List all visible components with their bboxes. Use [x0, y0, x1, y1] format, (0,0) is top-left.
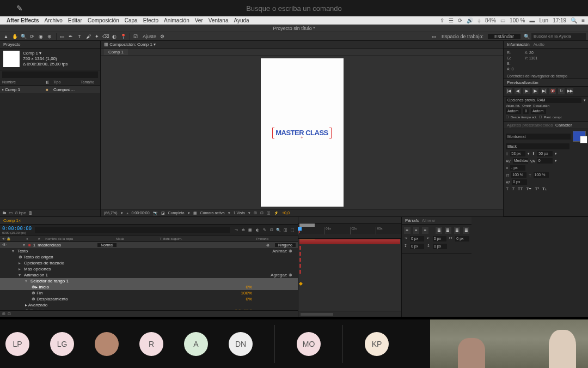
timeline-tab[interactable]: Comp 1 [3, 218, 19, 223]
menu-ventana[interactable]: Ventana [209, 17, 229, 23]
timeline-search[interactable] [35, 227, 230, 233]
ram-from[interactable]: Desde tiempo act. [511, 116, 537, 119]
wifi-icon[interactable]: ⏚ [477, 17, 481, 23]
space-after[interactable]: 0 px [433, 244, 447, 249]
first-frame-icon[interactable]: |◀ [506, 88, 512, 94]
col-size[interactable]: Tamaño [78, 80, 96, 84]
res-icon[interactable]: ⟁ [126, 211, 128, 215]
tl-icon[interactable]: ◫ [283, 227, 289, 233]
project-search[interactable] [2, 71, 98, 78]
prop-texto-origen[interactable]: ⊚ Texto de origen [0, 254, 298, 260]
spotlight-icon[interactable]: 🔍 [571, 17, 577, 23]
next-frame-icon[interactable]: |▶ [532, 88, 538, 94]
animate-menu[interactable]: Animar: ⊕ [272, 249, 292, 254]
bold-icon[interactable]: T [506, 186, 509, 191]
time-ruler[interactable]: 01s 02s 03s [298, 227, 401, 234]
brush-tool-icon[interactable]: 🖌 [84, 33, 92, 40]
new-comp-icon[interactable]: ▭ [9, 210, 13, 215]
hand-tool-icon[interactable]: ✋ [11, 33, 19, 40]
ram-fps[interactable]: Autom. [506, 108, 521, 114]
tracking[interactable]: 0 [537, 158, 553, 164]
zoom-tool-icon[interactable]: 🔍 [20, 33, 27, 40]
compose-icon[interactable]: ✎ [16, 4, 23, 13]
prop-fin[interactable]: ⊚ Fin100% [0, 290, 298, 296]
comp-tab[interactable]: Comp 1 [104, 49, 128, 55]
menu-editar[interactable]: Editar [68, 17, 82, 23]
prop-animacion1[interactable]: ▾Animación 1 Agregar: ⊕ [0, 272, 298, 278]
para-tab[interactable]: Párrafo [405, 218, 419, 223]
prop-texto[interactable]: ▾Texto Animar: ⊕ [0, 248, 298, 254]
font-family[interactable]: Montserrat [506, 134, 571, 140]
font-style[interactable]: Black [506, 143, 569, 149]
stamp-tool-icon[interactable]: ✦ [93, 33, 101, 40]
project-tab[interactable]: Proyecto [0, 41, 100, 49]
timeline-tracks[interactable] [298, 239, 401, 311]
menu-composicion[interactable]: Composición [88, 17, 119, 23]
ram-preset[interactable]: Opciones previs. RAM [506, 98, 581, 103]
quality-select[interactable]: Completa [168, 211, 185, 215]
char-tab[interactable]: Carácter [555, 123, 572, 128]
camera-select[interactable]: Cámara activa [200, 211, 225, 215]
tl-icon[interactable]: ⊸ [233, 227, 239, 233]
caps-icon[interactable]: TT [518, 186, 523, 191]
menu-icon[interactable]: ≡ [581, 17, 585, 23]
timecode-display[interactable]: 0:00:00:00 [132, 211, 150, 215]
tl-icon[interactable]: ▦ [247, 227, 253, 233]
avatar[interactable]: KP [365, 332, 389, 356]
roto-tool-icon[interactable]: ◐ [111, 33, 118, 40]
composition-canvas[interactable]: MASTER CLASS ✦ [261, 58, 344, 207]
pixel-icon[interactable]: ◫ [267, 211, 271, 215]
dropbox-icon[interactable]: ⇪ [440, 17, 444, 23]
blend-mode[interactable]: Normal [97, 243, 117, 247]
ram-icon[interactable]: ▶▶ [567, 88, 573, 94]
selection-tool-icon[interactable]: ▲ [2, 33, 10, 40]
prop-desplazamiento[interactable]: ⊚ Desplazamiento0% [0, 296, 298, 302]
menu-ver[interactable]: Ver [195, 17, 203, 23]
fast-icon[interactable]: ⚡ [274, 211, 279, 215]
tl-icon[interactable]: ◐ [254, 227, 260, 233]
avatar[interactable]: LP [5, 332, 29, 356]
col-label-icon[interactable]: ◧ [44, 80, 51, 85]
puppet-tool-icon[interactable]: 📍 [119, 33, 127, 40]
prop-opciones-trazado[interactable]: ▸Opciones de trazado [0, 260, 298, 266]
views-select[interactable]: 1 Vista [234, 211, 245, 215]
channels-icon[interactable]: ◪ [161, 211, 165, 215]
app-name[interactable]: After Effects [7, 17, 39, 23]
font-size[interactable]: 53 px [510, 151, 525, 156]
workspace-select[interactable]: Estándar [488, 34, 520, 39]
loop-icon[interactable]: ↻ [558, 88, 565, 94]
menu-ayuda[interactable]: Ayuda [234, 17, 249, 23]
tl-icon[interactable]: ✎ [261, 227, 267, 233]
keyframe-icon[interactable] [299, 282, 303, 286]
ram-res[interactable]: Autom. [531, 108, 546, 114]
justify-center-icon[interactable]: ≣ [445, 227, 451, 234]
cc-icon[interactable]: ☰ [449, 17, 454, 23]
smallcaps-icon[interactable]: Tᴛ [526, 186, 532, 191]
webcam-feed[interactable] [430, 319, 509, 368]
prop-inicio[interactable]: ⊚▸ Inicio0% [0, 284, 298, 290]
justify-all-icon[interactable]: ≣ [463, 227, 469, 234]
agregar-menu[interactable]: Agregar: ⊕ [271, 273, 292, 277]
shape-tool-icon[interactable]: ▭ [58, 33, 66, 40]
snap-icon[interactable]: ☑ [132, 33, 139, 40]
rotate-tool-icon[interactable]: ⟳ [28, 33, 36, 40]
sync-icon[interactable]: ⟳ [458, 17, 462, 23]
space-before[interactable]: 0 px [410, 244, 424, 249]
align-center-icon[interactable]: ≡ [413, 227, 420, 234]
layer-bar[interactable] [299, 239, 400, 244]
avatar[interactable]: R [139, 332, 163, 356]
indent-first[interactable]: 0 px [433, 236, 447, 242]
current-time[interactable]: 0:00:00:00 [2, 226, 32, 231]
col-type[interactable]: Tipo [51, 80, 78, 84]
fill-color[interactable] [573, 131, 586, 142]
col-name[interactable]: Nombre [0, 80, 44, 84]
volume-icon[interactable]: 🔊 [467, 17, 473, 23]
vscale[interactable]: 100 % [511, 172, 526, 178]
parent-select[interactable]: Ninguno [275, 243, 296, 247]
menu-animacion[interactable]: Animación [164, 17, 189, 23]
tl-icon[interactable]: ⬚ [290, 227, 296, 233]
menu-capa[interactable]: Capa [125, 17, 138, 23]
project-item[interactable]: ▪ Comp 1 ■ Composi… [0, 86, 100, 93]
ram-full[interactable]: Pant. compl. [544, 116, 562, 119]
prop-avanzado[interactable]: ▸ Avanzado [0, 302, 298, 308]
